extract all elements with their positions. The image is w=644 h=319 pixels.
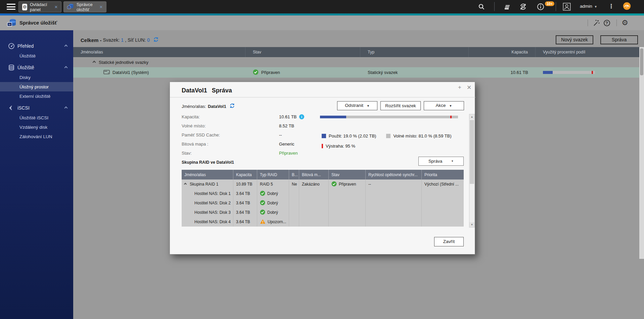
raid-disk-row[interactable]: Hostitel NAS: Disk 4 3.64 TB Upozorn... xyxy=(182,217,464,227)
sidebar-section-iscsi[interactable]: iSCSI xyxy=(0,103,73,113)
info-icon[interactable]: i xyxy=(299,115,304,120)
disk-name: Hostitel NAS: Disk 2 xyxy=(182,198,233,208)
status-ok-icon xyxy=(253,69,259,76)
help-icon[interactable]: ? xyxy=(603,19,610,27)
sidebar-item-iscsi-storage[interactable]: Úložiště iSCSI xyxy=(0,113,73,122)
disk-name: Hostitel NAS: Disk 4 xyxy=(182,217,233,227)
volume-icon xyxy=(103,70,110,76)
column-header[interactable]: Kapacita xyxy=(469,47,536,57)
used-legend-label: Použit: 19.0 % (2.02 TB) xyxy=(329,133,376,138)
tab-close-icon[interactable]: ✕ xyxy=(54,5,58,9)
column-header[interactable]: B... xyxy=(289,170,299,180)
background-tasks-icon[interactable] xyxy=(503,3,511,11)
sidebar-item-disks[interactable]: Disky xyxy=(0,73,73,82)
field-label: Volné místo: xyxy=(182,123,206,128)
collapse-chevron-icon[interactable] xyxy=(184,183,187,186)
top-bar: ⚙ Ovládací panel ✕ io Správce úložišť ✕ … xyxy=(0,0,644,13)
raid-bitmap: Zakázáno xyxy=(299,180,329,189)
column-header[interactable]: Jméno/alias xyxy=(182,170,233,180)
column-header[interactable]: Typ RAID xyxy=(257,170,289,180)
column-header[interactable]: Stav xyxy=(329,170,366,180)
screen: ⚙ Ovládací panel ✕ io Správce úložišť ✕ … xyxy=(0,0,644,319)
sidebar-item-lun-backup[interactable]: Zálohování LUN xyxy=(0,132,73,141)
sidebar-item-storage-overview[interactable]: Úložiště xyxy=(0,51,73,61)
raid-disk-row[interactable]: Hostitel NAS: Disk 3 3.64 TB Dobrý xyxy=(182,208,464,217)
sidebar-section-label: Přehled xyxy=(17,43,34,49)
close-dialog-button[interactable]: Zavřít xyxy=(434,237,464,246)
user-avatar-icon[interactable] xyxy=(563,3,571,11)
external-device-sync-icon[interactable] xyxy=(519,3,527,11)
refresh-icon[interactable] xyxy=(153,37,159,43)
raid-table-body: Skupina RAID 1 10.89 TB RAID 5 Ne Zakázá… xyxy=(182,180,464,227)
more-options-icon[interactable]: ⋮ xyxy=(608,3,614,10)
column-header[interactable]: Kapacita xyxy=(233,170,257,180)
usage-legend-row: Použit: 19.0 % (2.02 TB) Volné místo: 81… xyxy=(322,133,452,138)
column-header[interactable]: Jméno/alias xyxy=(73,47,245,57)
scrollbar-thumb[interactable] xyxy=(470,120,474,184)
sidebar-item-label: Vzdálený disk xyxy=(19,125,47,130)
raid-disk-row[interactable]: Hostitel NAS: Disk 2 3.64 TB Dobrý xyxy=(182,198,464,208)
sidebar-item-external-storage[interactable]: Externí úložiště xyxy=(0,91,73,101)
collapse-chevron-icon[interactable] xyxy=(93,61,96,64)
usage-bar-warning-mark xyxy=(592,71,593,74)
raid-manage-dropdown[interactable]: Správa ▼ xyxy=(418,157,464,166)
tab-close-icon[interactable]: ✕ xyxy=(99,5,103,9)
remove-button[interactable]: Odstranit▼ xyxy=(337,101,377,110)
warning-legend-row: Výstraha: 95 % xyxy=(322,144,355,149)
column-header[interactable]: Využitý procentní podíl xyxy=(536,47,639,57)
field-label: Bitová mapa : xyxy=(182,142,209,147)
notifications-icon[interactable] xyxy=(537,3,545,11)
tab-storage-manager[interactable]: io Správce úložišť ✕ xyxy=(63,1,106,12)
sidebar-item-storage-space[interactable]: Úložný prostor xyxy=(0,82,73,91)
disk-name: Hostitel NAS: Disk 1 xyxy=(182,189,233,198)
usage-bar xyxy=(543,71,595,74)
sidebar-item-remote-disk[interactable]: Vzdálený disk xyxy=(0,122,73,132)
scroll-down-icon[interactable]: ▼ xyxy=(469,222,474,227)
manage-button[interactable]: Správa xyxy=(600,35,638,44)
raid-group-row[interactable]: Skupina RAID 1 10.89 TB RAID 5 Ne Zakázá… xyxy=(182,180,464,189)
chevron-down-icon: ▼ xyxy=(449,104,452,108)
user-menu[interactable]: admin▼ xyxy=(580,4,597,9)
resource-monitor-icon[interactable] xyxy=(623,2,631,10)
table-row[interactable]: DataVol1 (Systém) Připraven Statický sva… xyxy=(73,67,639,78)
close-icon[interactable]: ✕ xyxy=(467,84,471,91)
field-label: Stav: xyxy=(182,151,192,156)
maximize-icon[interactable]: + xyxy=(458,84,461,91)
search-icon[interactable] xyxy=(477,3,486,11)
raid-sync-speed: -- xyxy=(366,180,422,189)
actions-button[interactable]: Akce▼ xyxy=(424,101,464,110)
column-header[interactable]: Rychlost opětovné synchr... xyxy=(366,170,422,180)
main-menu-icon[interactable] xyxy=(7,4,15,10)
column-header[interactable]: Bitová m... xyxy=(299,170,329,180)
sidebar-section-storage[interactable]: Úložiště xyxy=(0,63,73,73)
scroll-up-icon[interactable]: ▲ xyxy=(469,114,474,119)
dialog-title-name: DataVol1 xyxy=(182,87,207,94)
volume-management-dialog: DataVol1Správa + ✕ Jméno/alias: DataVol1… xyxy=(170,82,475,254)
column-header[interactable]: Priorita xyxy=(422,170,464,180)
raid-manage-label: Správa xyxy=(428,159,442,164)
settings-gear-icon[interactable]: ⚙ xyxy=(621,19,629,27)
vertical-scrollbar[interactable] xyxy=(639,47,644,259)
magic-wand-icon[interactable] xyxy=(593,19,600,27)
sidebar-section-overview[interactable]: Přehled xyxy=(0,41,73,51)
warning-legend-swatch xyxy=(322,144,323,148)
usage-bar-warning-mark xyxy=(450,116,452,118)
new-volume-button[interactable]: Nový svazek xyxy=(556,35,593,44)
column-header[interactable]: Stav xyxy=(245,47,360,57)
field-label: Paměť SSD Cache: xyxy=(182,132,220,137)
rename-refresh-icon[interactable] xyxy=(229,103,235,110)
tab-control-panel[interactable]: ⚙ Ovládací panel ✕ xyxy=(18,1,61,12)
volume-group-row[interactable]: Statické jednotlivé svazky xyxy=(73,57,639,67)
status-ok-icon xyxy=(331,181,337,188)
dialog-scrollbar[interactable]: ▲ ▼ xyxy=(469,114,475,228)
alias-label: Jméno/alias: xyxy=(182,104,206,109)
chevron-up-icon xyxy=(64,107,68,110)
expand-volume-button[interactable]: Rozšířit svazek xyxy=(380,101,421,110)
raid-disk-row[interactable]: Hostitel NAS: Disk 1 3.64 TB Dobrý xyxy=(182,189,464,198)
alias-row: Jméno/alias: DataVol1 xyxy=(182,103,235,110)
column-header[interactable]: Typ xyxy=(360,47,469,57)
sidebar-item-label: Úložiště iSCSI xyxy=(19,115,48,120)
scrollbar-thumb[interactable] xyxy=(640,48,643,75)
warning-legend-label: Výstraha: 95 % xyxy=(326,144,355,149)
field-value-status: Připraven xyxy=(279,151,298,156)
